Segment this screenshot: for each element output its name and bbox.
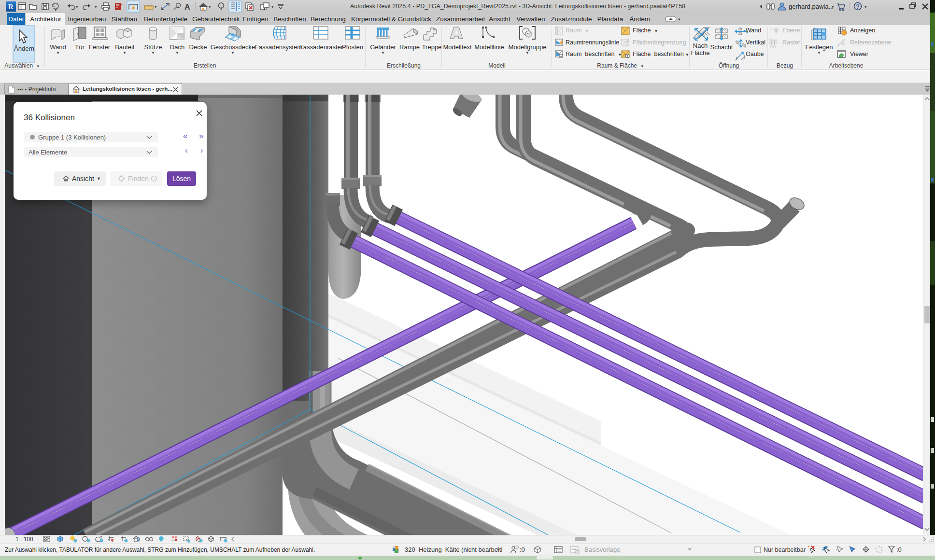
svg-text:▾: ▾ [209, 4, 211, 9]
svg-text:Autodesk Revit 2025.4 - PD_TGA: Autodesk Revit 2025.4 - PD_TGA_Demoproje… [350, 3, 685, 10]
svg-text:Zur Auswahl klicken, TABULATOR: Zur Auswahl klicken, TABULATOR für ander… [5, 546, 315, 553]
svg-text:Nur bearbeitbar: Nur bearbeitbar [764, 546, 806, 553]
svg-text:A: A [184, 3, 190, 11]
svg-text:▾: ▾ [271, 4, 274, 9]
svg-text:▾: ▾ [678, 17, 680, 22]
svg-text:▾: ▾ [95, 4, 97, 9]
svg-text:320_Heizung_Kälte (nicht bearb: 320_Heizung_Kälte (nicht bearbeitl [405, 546, 502, 553]
svg-text:1: 1 [626, 54, 629, 58]
svg-text:gerhard.pawla...: gerhard.pawla... [789, 3, 834, 10]
svg-text:?: ? [856, 3, 859, 10]
svg-text:▾: ▾ [76, 4, 78, 9]
svg-text:1 : 100: 1 : 100 [15, 536, 33, 543]
svg-text:i: i [154, 177, 155, 182]
svg-text::0: :0 [896, 546, 902, 553]
svg-text:▾: ▾ [864, 4, 867, 9]
svg-text:▾: ▾ [832, 4, 834, 9]
svg-text:▾: ▾ [155, 4, 157, 9]
svg-text:1: 1 [177, 4, 179, 8]
svg-text:R: R [8, 3, 14, 11]
svg-text:Basisvorlage: Basisvorlage [584, 546, 620, 553]
svg-text:▾: ▾ [55, 7, 57, 12]
svg-text::0: :0 [520, 546, 525, 553]
